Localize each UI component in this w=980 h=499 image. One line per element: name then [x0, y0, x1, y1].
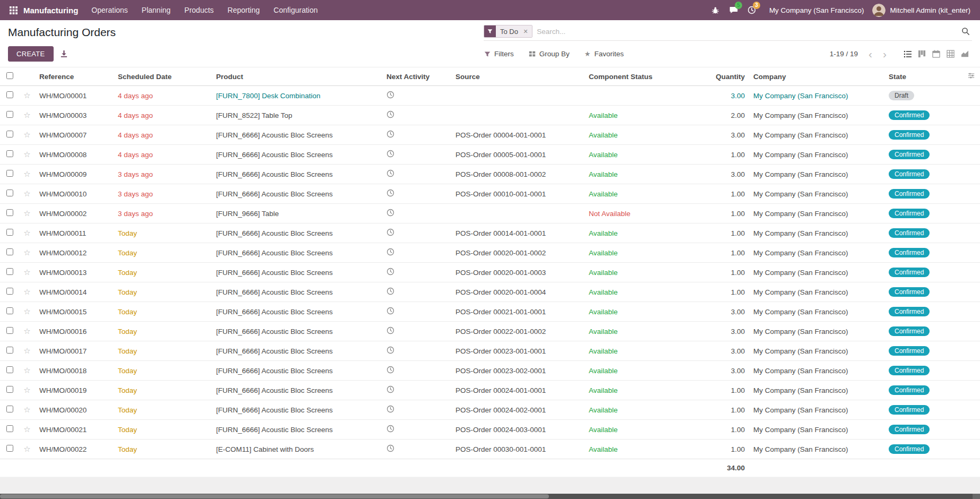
header-scheduled-date[interactable]: Scheduled Date [114, 67, 212, 86]
table-row[interactable]: ☆ WH/MO/00011 Today [FURN_6666] Acoustic… [0, 223, 980, 243]
row-checkbox[interactable] [6, 445, 13, 452]
favorite-star-icon[interactable]: ☆ [23, 385, 30, 394]
navbar-menu-item[interactable]: Configuration [267, 0, 324, 20]
header-quantity[interactable]: Quantity [691, 67, 749, 86]
favorite-star-icon[interactable]: ☆ [23, 110, 30, 119]
header-component-status[interactable]: Component Status [584, 67, 691, 86]
table-row[interactable]: ☆ WH/MO/00016 Today [FURN_6666] Acoustic… [0, 322, 980, 341]
favorite-star-icon[interactable]: ☆ [23, 346, 30, 355]
next-activity-clock-icon[interactable] [386, 130, 394, 138]
favorite-star-icon[interactable]: ☆ [23, 326, 30, 335]
avatar[interactable] [872, 4, 886, 17]
favorite-star-icon[interactable]: ☆ [23, 189, 30, 198]
pager-next-icon[interactable]: › [878, 48, 892, 59]
next-activity-clock-icon[interactable] [386, 307, 394, 315]
next-activity-clock-icon[interactable] [386, 110, 394, 118]
header-source[interactable]: Source [451, 67, 584, 86]
favorite-star-icon[interactable]: ☆ [23, 444, 30, 453]
table-row[interactable]: ☆ WH/MO/00022 Today [E-COM11] Cabinet wi… [0, 440, 980, 459]
row-checkbox[interactable] [6, 406, 13, 412]
pager-previous-icon[interactable]: ‹ [863, 48, 878, 59]
row-checkbox[interactable] [6, 366, 13, 373]
view-kanban-icon[interactable] [915, 48, 929, 61]
row-checkbox[interactable] [6, 347, 13, 354]
row-checkbox[interactable] [6, 386, 13, 393]
navbar-menu-item[interactable]: Planning [135, 0, 178, 20]
favorite-star-icon[interactable]: ☆ [23, 248, 30, 257]
row-checkbox[interactable] [6, 131, 13, 137]
favorite-star-icon[interactable]: ☆ [23, 405, 30, 414]
row-checkbox[interactable] [6, 229, 13, 236]
favorite-star-icon[interactable]: ☆ [23, 228, 30, 237]
row-checkbox[interactable] [6, 248, 13, 255]
search-input[interactable] [532, 25, 957, 38]
export-download-icon[interactable] [60, 50, 68, 58]
next-activity-clock-icon[interactable] [386, 385, 394, 393]
search-icon[interactable] [957, 27, 972, 36]
table-row[interactable]: ☆ WH/MO/00003 4 days ago [FURN_8522] Tab… [0, 106, 980, 125]
table-row[interactable]: ☆ WH/MO/00001 4 days ago [FURN_7800] Des… [0, 86, 980, 106]
favorite-star-icon[interactable]: ☆ [23, 307, 30, 316]
next-activity-clock-icon[interactable] [386, 287, 394, 295]
header-next-activity[interactable]: Next Activity [382, 67, 451, 86]
select-all-checkbox[interactable] [6, 72, 13, 79]
row-checkbox[interactable] [6, 150, 13, 157]
apps-grid-icon[interactable] [5, 0, 21, 20]
next-activity-clock-icon[interactable] [386, 444, 394, 452]
table-row[interactable]: ☆ WH/MO/00008 4 days ago [FURN_6666] Aco… [0, 145, 980, 165]
search-bar[interactable]: To Do × [484, 24, 972, 41]
facet-remove-icon[interactable]: × [522, 25, 532, 37]
messages-icon[interactable]: 5 [725, 0, 743, 20]
table-row[interactable]: ☆ WH/MO/00021 Today [FURN_6666] Acoustic… [0, 420, 980, 440]
table-row[interactable]: ☆ WH/MO/00013 Today [FURN_6666] Acoustic… [0, 263, 980, 282]
row-checkbox[interactable] [6, 111, 13, 118]
navbar-menu-item[interactable]: Operations [84, 0, 134, 20]
header-state[interactable]: State [884, 67, 980, 86]
row-checkbox[interactable] [6, 91, 13, 98]
favorite-star-icon[interactable]: ☆ [23, 366, 30, 375]
view-pivot-icon[interactable] [943, 48, 958, 61]
activities-clock-icon[interactable]: 3 [743, 0, 761, 20]
navbar-menu-item[interactable]: Products [177, 0, 220, 20]
favorite-star-icon[interactable]: ☆ [23, 130, 30, 139]
table-row[interactable]: ☆ WH/MO/00019 Today [FURN_6666] Acoustic… [0, 381, 980, 400]
next-activity-clock-icon[interactable] [386, 425, 394, 433]
table-row[interactable]: ☆ WH/MO/00009 3 days ago [FURN_6666] Aco… [0, 165, 980, 184]
row-checkbox[interactable] [6, 209, 13, 216]
horizontal-scrollbar[interactable] [0, 494, 980, 499]
next-activity-clock-icon[interactable] [386, 248, 394, 256]
header-product[interactable]: Product [212, 67, 382, 86]
next-activity-clock-icon[interactable] [386, 189, 394, 197]
table-row[interactable]: ☆ WH/MO/00014 Today [FURN_6666] Acoustic… [0, 282, 980, 302]
scrollbar-thumb[interactable] [0, 494, 549, 498]
row-checkbox[interactable] [6, 170, 13, 177]
favorite-star-icon[interactable]: ☆ [23, 169, 30, 178]
pager[interactable]: 1-19 / 19 [830, 50, 858, 58]
header-reference[interactable]: Reference [35, 67, 114, 86]
table-row[interactable]: ☆ WH/MO/00007 4 days ago [FURN_6666] Aco… [0, 125, 980, 145]
app-name[interactable]: Manufacturing [21, 6, 84, 15]
view-calendar-icon[interactable] [929, 48, 943, 61]
next-activity-clock-icon[interactable] [386, 366, 394, 374]
table-row[interactable]: ☆ WH/MO/00010 3 days ago [FURN_6666] Aco… [0, 184, 980, 204]
debug-bug-icon[interactable] [707, 0, 725, 20]
next-activity-clock-icon[interactable] [386, 326, 394, 334]
create-button[interactable]: CREATE [8, 46, 54, 62]
row-checkbox[interactable] [6, 425, 13, 432]
table-row[interactable]: ☆ WH/MO/00018 Today [FURN_6666] Acoustic… [0, 361, 980, 381]
company-switcher[interactable]: My Company (San Francisco) [761, 6, 873, 14]
next-activity-clock-icon[interactable] [386, 169, 394, 177]
table-row[interactable]: ☆ WH/MO/00015 Today [FURN_6666] Acoustic… [0, 302, 980, 322]
table-row[interactable]: ☆ WH/MO/00002 3 days ago [FURN_9666] Tab… [0, 204, 980, 223]
optional-columns-icon[interactable] [968, 72, 975, 81]
table-row[interactable]: ☆ WH/MO/00017 Today [FURN_6666] Acoustic… [0, 341, 980, 361]
table-row[interactable]: ☆ WH/MO/00012 Today [FURN_6666] Acoustic… [0, 243, 980, 263]
header-company[interactable]: Company [749, 67, 884, 86]
table-row[interactable]: ☆ WH/MO/00020 Today [FURN_6666] Acoustic… [0, 400, 980, 420]
favorite-star-icon[interactable]: ☆ [23, 268, 30, 277]
filters-button[interactable]: Filters [484, 50, 514, 58]
row-checkbox[interactable] [6, 288, 13, 295]
navbar-menu-item[interactable]: Reporting [221, 0, 267, 20]
view-list-icon[interactable] [900, 48, 915, 61]
favorites-button[interactable]: ★ Favorites [584, 50, 624, 58]
